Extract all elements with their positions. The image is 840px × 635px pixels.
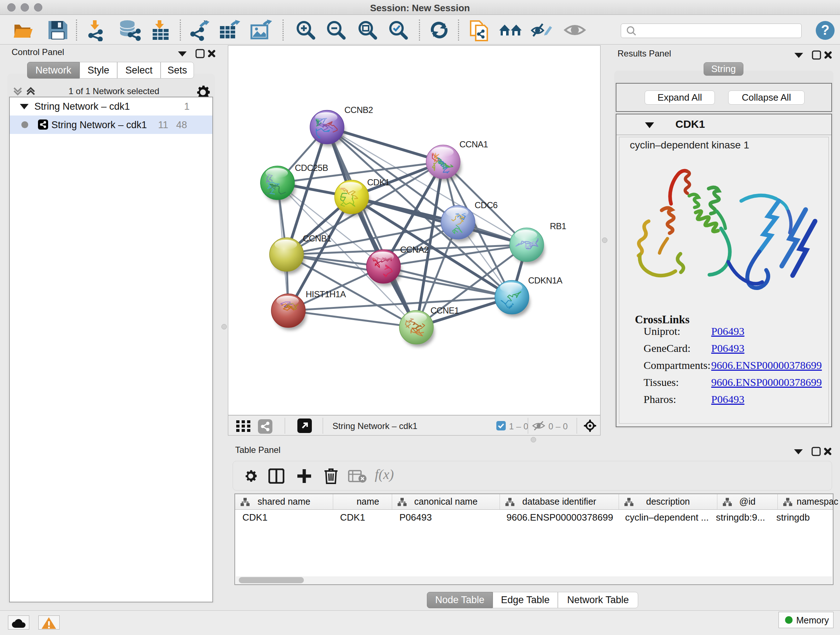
svg-text:CCNB1: CCNB1 — [303, 233, 332, 243]
svg-text:CCNA2: CCNA2 — [400, 245, 429, 255]
svg-text:CDKN1A: CDKN1A — [528, 276, 562, 285]
svg-text:CCNA1: CCNA1 — [459, 139, 488, 149]
svg-text:CDC6: CDC6 — [475, 200, 497, 210]
svg-text:HIST1H1A: HIST1H1A — [306, 289, 346, 299]
svg-text:?: ? — [821, 22, 829, 38]
svg-text:CDK1: CDK1 — [367, 177, 390, 187]
svg-text:CCNE1: CCNE1 — [431, 306, 459, 315]
svg-text:CCNB2: CCNB2 — [344, 105, 373, 115]
svg-text:CDC25B: CDC25B — [295, 163, 328, 173]
svg-text:RB1: RB1 — [550, 221, 566, 231]
